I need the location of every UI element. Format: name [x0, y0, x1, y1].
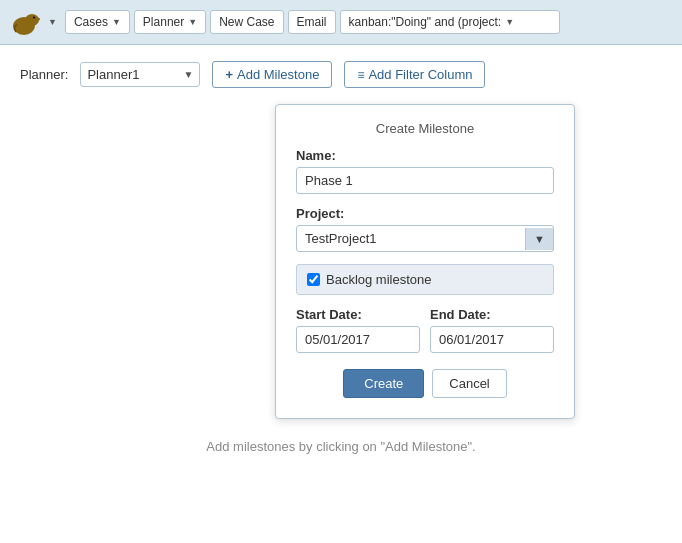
toolbar: Planner: Planner1 ▼ + Add Milestone ≡ Ad…: [20, 61, 662, 88]
dialog-actions: Create Cancel: [296, 369, 554, 398]
svg-point-2: [34, 18, 40, 21]
main-content: Planner: Planner1 ▼ + Add Milestone ≡ Ad…: [0, 45, 682, 543]
planner-select[interactable]: Planner1 ▼: [80, 62, 200, 87]
navbar: ▼ Cases ▼ Planner ▼ New Case Email kanba…: [0, 0, 682, 45]
backlog-milestone-row: Backlog milestone: [296, 264, 554, 295]
end-date-field: End Date:: [430, 307, 554, 353]
create-milestone-dialog: Create Milestone Name: Project: TestProj…: [275, 104, 575, 419]
project-label: Project:: [296, 206, 554, 221]
hint-text: Add milestones by clicking on "Add Miles…: [20, 439, 662, 454]
end-date-label: End Date:: [430, 307, 554, 322]
add-milestone-button[interactable]: + Add Milestone: [212, 61, 332, 88]
cases-dropdown-arrow: ▼: [112, 17, 121, 27]
logo-dropdown[interactable]: ▼: [48, 17, 57, 27]
filter-value: kanban:"Doing" and (project:: [349, 15, 502, 29]
project-select-arrow[interactable]: ▼: [525, 228, 553, 250]
backlog-checkbox[interactable]: [307, 273, 320, 286]
filter-icon: ≡: [357, 68, 364, 82]
date-row: Start Date: End Date:: [296, 307, 554, 353]
email-button[interactable]: Email: [288, 10, 336, 34]
planner-select-arrow: ▼: [184, 69, 194, 80]
planner-button[interactable]: Planner ▼: [134, 10, 206, 34]
plus-icon: +: [225, 67, 233, 82]
start-date-input[interactable]: [296, 326, 420, 353]
name-label: Name:: [296, 148, 554, 163]
filter-input-wrapper[interactable]: kanban:"Doing" and (project: ▼: [340, 10, 560, 34]
svg-point-3: [33, 17, 35, 19]
start-date-label: Start Date:: [296, 307, 420, 322]
planner-select-value: Planner1: [87, 67, 179, 82]
dialog-title: Create Milestone: [296, 121, 554, 136]
add-filter-column-label: Add Filter Column: [368, 67, 472, 82]
backlog-label: Backlog milestone: [326, 272, 432, 287]
end-date-input[interactable]: [430, 326, 554, 353]
email-label: Email: [297, 15, 327, 29]
filter-dropdown-arrow: ▼: [505, 17, 514, 27]
new-case-label: New Case: [219, 15, 274, 29]
project-select[interactable]: TestProject1 ▼: [296, 225, 554, 252]
project-select-value: TestProject1: [297, 226, 525, 251]
cancel-button[interactable]: Cancel: [432, 369, 506, 398]
add-milestone-label: Add Milestone: [237, 67, 319, 82]
name-input[interactable]: [296, 167, 554, 194]
new-case-button[interactable]: New Case: [210, 10, 283, 34]
planner-prefix-label: Planner:: [20, 67, 68, 82]
logo: [8, 6, 40, 38]
create-button[interactable]: Create: [343, 369, 424, 398]
start-date-field: Start Date:: [296, 307, 420, 353]
add-filter-column-button[interactable]: ≡ Add Filter Column: [344, 61, 485, 88]
planner-dropdown-arrow: ▼: [188, 17, 197, 27]
planner-nav-label: Planner: [143, 15, 184, 29]
cases-label: Cases: [74, 15, 108, 29]
cases-button[interactable]: Cases ▼: [65, 10, 130, 34]
